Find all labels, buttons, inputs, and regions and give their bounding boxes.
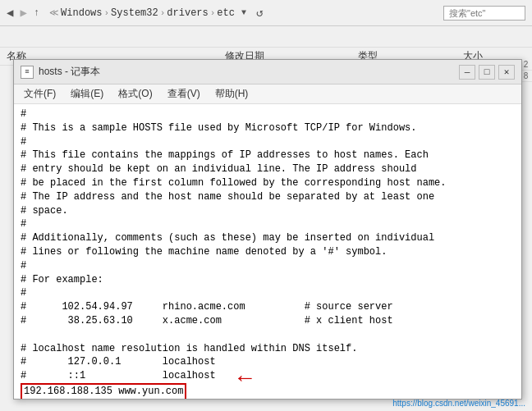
nav-back-icon[interactable]: ◀ bbox=[7, 6, 13, 20]
nav-arrow-3: › bbox=[210, 8, 216, 18]
notepad-icon: ≡ bbox=[21, 66, 34, 79]
menu-format[interactable]: 格式(O) bbox=[112, 85, 158, 103]
nav-segment-windows[interactable]: Windows bbox=[61, 7, 102, 19]
nav-dropdown-icon[interactable]: ▼ bbox=[241, 8, 246, 17]
nav-segment-system32[interactable]: System32 bbox=[111, 7, 158, 19]
titlebar-buttons: — □ ✕ bbox=[459, 65, 515, 80]
nav-forward-icon[interactable]: ▶ bbox=[20, 6, 26, 20]
minimize-button[interactable]: — bbox=[459, 65, 475, 80]
explorer-toolbar bbox=[0, 26, 532, 48]
menu-edit[interactable]: 编辑(E) bbox=[64, 85, 110, 103]
nav-refresh-icon[interactable]: ↺ bbox=[256, 6, 263, 20]
menu-view[interactable]: 查看(V) bbox=[161, 85, 207, 103]
notepad-titlebar: ≡ hosts - 记事本 — □ ✕ bbox=[14, 60, 521, 84]
explorer-nav: ◀ ▶ ↑ ≪ Windows › System32 › drivers › e… bbox=[7, 6, 263, 20]
red-arrow-indicator: ← bbox=[238, 366, 252, 391]
nav-up-icon[interactable]: ↑ bbox=[34, 7, 39, 19]
nav-arrow-2: › bbox=[160, 8, 166, 18]
nav-path: ≪ Windows › System32 › drivers › etc bbox=[49, 7, 235, 19]
nav-sep: ≪ bbox=[49, 7, 59, 18]
nav-segment-etc[interactable]: etc bbox=[217, 7, 235, 19]
close-button[interactable]: ✕ bbox=[498, 65, 515, 80]
explorer-titlebar: ◀ ▶ ↑ ≪ Windows › System32 › drivers › e… bbox=[0, 0, 532, 26]
search-input[interactable] bbox=[443, 6, 525, 21]
notepad-icon-glyph: ≡ bbox=[25, 68, 29, 76]
watermark: https://blog.csdn.net/weixin_45691... bbox=[392, 399, 525, 408]
menu-help[interactable]: 帮助(H) bbox=[209, 85, 255, 103]
maximize-button[interactable]: □ bbox=[479, 65, 495, 80]
notepad-menubar: 文件(F) 编辑(E) 格式(O) 查看(V) 帮助(H) bbox=[14, 84, 521, 104]
notepad-window: ≡ hosts - 记事本 — □ ✕ 文件(F) 编辑(E) 格式(O) 查看… bbox=[13, 59, 522, 400]
menu-file[interactable]: 文件(F) bbox=[17, 85, 62, 103]
notepad-title: hosts - 记事本 bbox=[39, 65, 454, 79]
highlighted-entry: 192.168.188.135 www.yun.com bbox=[21, 383, 186, 399]
notepad-content[interactable]: # # This is a sample HOSTS file used by … bbox=[14, 104, 521, 399]
nav-arrow-1: › bbox=[104, 8, 110, 18]
nav-segment-drivers[interactable]: drivers bbox=[167, 7, 208, 19]
